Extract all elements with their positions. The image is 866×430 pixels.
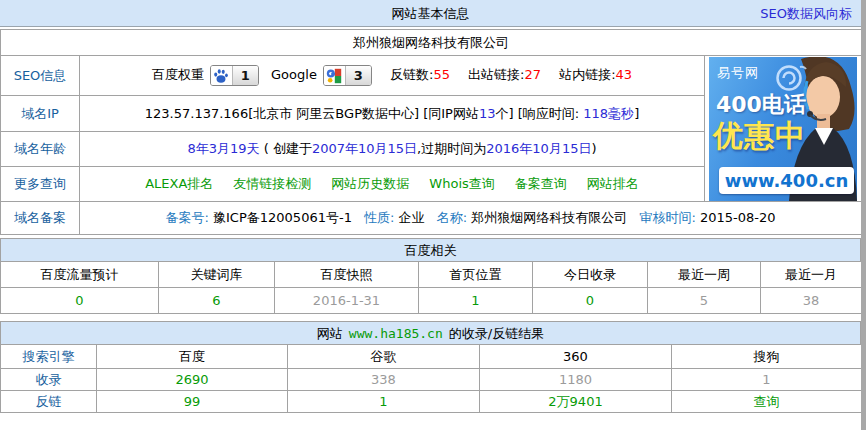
friend-link-check-link[interactable]: 友情链接检测 [233,176,311,191]
col-header-keywords: 关键词库 [159,262,275,288]
ad-logo-icon [773,60,809,94]
page-right-edge [861,0,866,430]
more-query-label: 更多查询 [1,167,80,202]
backlink-sogou-query-link[interactable]: 查询 [672,391,862,413]
domain-age-content: 8年3月19天 ( 创建于2007年10月15日,过期时间为2016年10月15… [80,132,705,167]
col-header-today-indexed: 今日收录 [533,262,648,288]
col-header-snapshot: 百度快照 [275,262,419,288]
icp-audit-date: 2015-08-20 [700,210,776,225]
response-time-open: [响应时间: [518,106,584,121]
include-backlink-table: 搜索引擎 百度 谷歌 360 搜狗 收录 2690 338 1180 1 反链 … [0,344,862,413]
expire-date: 2016年10月15日 [486,141,591,156]
ad-banner-400[interactable]: 易号网 400电话 优惠中 www.400.cn [709,57,857,201]
site-rank-link[interactable]: 网站排名 [587,176,639,191]
icp-row-content: 备案号: 豫ICP备12005061号-1 性质: 企业 名称: 郑州狼烟网络科… [80,202,862,235]
whois-query-link[interactable]: Whois查询 [429,176,494,191]
backlink-row-label: 反链 [1,391,97,413]
created-date: 2007年10月15日 [312,141,417,156]
include-row: 收录 2690 338 1180 1 [1,369,862,391]
col-header-sogou: 搜狗 [672,345,862,369]
domain-ip-label: 域名IP [1,96,80,132]
same-ip-close: 个] [495,106,517,121]
outbound-links-value: 27 [524,67,541,82]
backlinks-value: 55 [433,67,450,82]
domain-ip-content: 123.57.137.166[北京市 阿里云BGP数据中心] [同IP网站13个… [80,96,705,132]
company-name: 郑州狼烟网络科技有限公司 [1,30,862,56]
baidu-values-row: 0 6 2016-1-31 1 0 5 38 [1,288,862,314]
internal-links-label: 站内链接: [559,67,615,82]
icp-audit-label: 审核时间: [639,210,695,225]
same-ip-open: [同IP网站 [419,106,479,121]
more-query-content: ALEXA排名友情链接检测网站历史数据Whois查询备案查询网站排名 [80,167,705,202]
ad-url: www.400.cn [725,170,848,191]
domain-age-label: 域名年龄 [1,132,80,167]
include-sogou-value: 1 [672,369,862,391]
baidu-paw-icon [211,66,233,85]
response-time-close: ] [634,106,639,121]
ad-brand-name: 易号网 [717,64,759,82]
include-360-value: 1180 [480,369,672,391]
homepage-position-value[interactable]: 1 [419,288,533,314]
ad-column: 易号网 400电话 优惠中 www.400.cn [705,56,862,202]
links-title-prefix: 网站 [317,326,343,341]
page-title: 网站基本信息 [0,0,861,27]
icp-nature-label: 性质: [364,210,394,225]
age-created-prefix: ( 创建于 [260,141,312,156]
seo-trend-link[interactable]: SEO数据风向标 [760,0,852,27]
today-indexed-value[interactable]: 0 [533,288,648,314]
include-row-label: 收录 [1,369,97,391]
site-basic-info-table: 郑州狼烟网络科技有限公司 SEO信息 百度权重1 Google3 反链数:55 … [0,29,862,235]
ad-highlight: 优惠中 [713,116,806,157]
icp-query-link[interactable]: 备案查询 [515,176,567,191]
include-baidu-value[interactable]: 2690 [97,369,288,391]
outbound-links-label: 出站链接: [468,67,524,82]
backlink-google-value[interactable]: 1 [288,391,480,413]
col-header-homepage-pos: 首页位置 [419,262,533,288]
alexa-rank-link[interactable]: ALEXA排名 [145,176,213,191]
links-section-bar: 网站www.ha185.cn的收录/反链结果 [0,321,861,345]
age-expire-prefix: ,过期时间为 [417,141,486,156]
site-history-link[interactable]: 网站历史数据 [331,176,409,191]
icp-record-row: 域名备案 备案号: 豫ICP备12005061号-1 性质: 企业 名称: 郑州… [1,202,862,235]
age-suffix: ) [591,141,596,156]
baidu-section-bar: 百度相关 [0,238,861,262]
engine-header-row: 搜索引擎 百度 谷歌 360 搜狗 [1,345,862,369]
snapshot-date-value: 2016-1-31 [275,288,419,314]
col-header-google: 谷歌 [288,345,480,369]
company-row: 郑州狼烟网络科技有限公司 [1,30,862,56]
ip-and-location: 123.57.137.166[北京市 阿里云BGP数据中心] [145,106,419,121]
baidu-weight-badge[interactable]: 1 [210,65,259,86]
baidu-section-title: 百度相关 [405,243,457,258]
backlinks-label: 反链数: [390,67,433,82]
icp-number-label: 备案号: [166,210,209,225]
last-week-value: 5 [648,288,761,314]
col-header-traffic: 百度流量预计 [1,262,159,288]
col-header-last-week: 最近一周 [648,262,761,288]
response-time-value: 118毫秒 [583,106,634,121]
google-pr-badge[interactable]: 3 [323,65,372,86]
icp-number: 豫ICP备12005061号-1 [213,210,352,225]
traffic-estimate-value[interactable]: 0 [1,288,159,314]
internal-links-value: 43 [616,67,633,82]
baidu-weight-label: 百度权重 [152,67,204,82]
google-logo-icon [324,66,346,85]
seo-info-page: 网站基本信息 SEO数据风向标 郑州狼烟网络科技有限公司 SEO信息 百度权重1… [0,0,866,430]
icp-name-label: 名称: [437,210,467,225]
icp-nature: 企业 [399,210,425,225]
seo-info-row: SEO信息 百度权重1 Google3 反链数:55 出站链接:27 站内链接:… [1,56,862,96]
col-header-last-month: 最近一月 [761,262,862,288]
baidu-weight-value: 1 [233,66,258,85]
links-title-suffix: 的收录/反链结果 [449,326,544,341]
domain-age-value: 8年3月19天 [188,141,260,156]
google-pr-value: 3 [346,66,371,85]
baidu-header-row: 百度流量预计 关键词库 百度快照 首页位置 今日收录 最近一周 最近一月 [1,262,862,288]
backlink-baidu-value[interactable]: 99 [97,391,288,413]
seo-row-content: 百度权重1 Google3 反链数:55 出站链接:27 站内链接:43 [80,56,705,96]
keyword-count-value[interactable]: 6 [159,288,275,314]
col-header-360: 360 [480,345,672,369]
baidu-related-table: 百度流量预计 关键词库 百度快照 首页位置 今日收录 最近一周 最近一月 0 6… [0,261,862,314]
col-header-baidu: 百度 [97,345,288,369]
site-domain[interactable]: www.ha185.cn [349,326,443,341]
same-ip-count-link[interactable]: 13 [479,106,496,121]
backlink-360-value[interactable]: 2万9401 [480,391,672,413]
